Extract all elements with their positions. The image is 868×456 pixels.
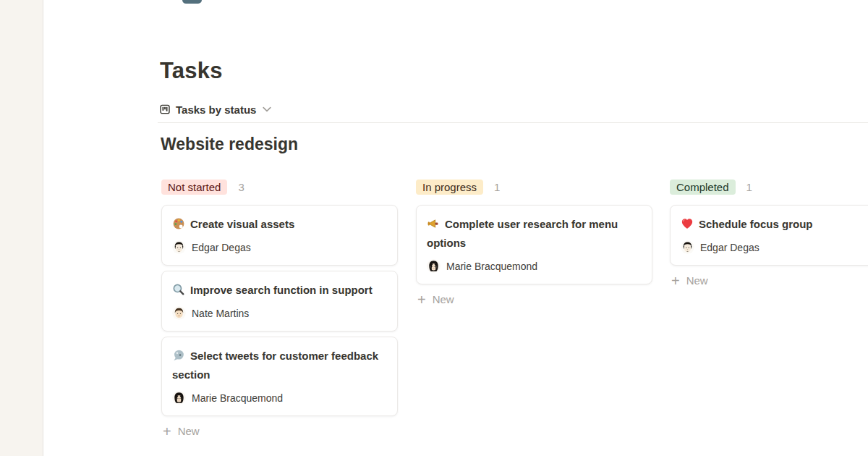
- chevron-down-icon: [263, 106, 271, 112]
- view-tab-tasks-by-status[interactable]: Tasks by status: [160, 101, 271, 118]
- card-title: Schedule focus group: [681, 215, 868, 234]
- avatar: [427, 259, 441, 273]
- board-column: In progress1Complete user research for m…: [416, 179, 652, 305]
- task-card[interactable]: Improve search function in supportNate M…: [161, 271, 398, 332]
- card-title: Create visual assets: [172, 215, 387, 234]
- add-card-label: New: [433, 293, 454, 305]
- task-card[interactable]: Schedule focus groupEdgar Degas: [670, 205, 868, 266]
- card-title-text: Schedule focus group: [699, 218, 813, 230]
- assignee-name: Marie Bracquemond: [446, 261, 537, 272]
- assignee-row: Edgar Degas: [172, 240, 387, 254]
- avatar: [172, 240, 186, 254]
- megaphone-icon: [427, 217, 440, 230]
- column-header: In progress1: [416, 179, 652, 195]
- card-title-text: Create visual assets: [190, 218, 294, 230]
- board-view-icon: [160, 104, 170, 114]
- view-tab-label: Tasks by status: [176, 104, 256, 116]
- speech-bubble-icon: [172, 349, 185, 362]
- task-card[interactable]: Select tweets for customer feedback sect…: [161, 337, 398, 416]
- assignee-row: Nate Martins: [172, 306, 387, 320]
- status-badge[interactable]: In progress: [416, 180, 483, 195]
- card-title: Improve search function in support: [172, 281, 387, 300]
- avatar: [681, 240, 694, 254]
- status-badge[interactable]: Not started: [161, 180, 227, 195]
- page-icon-cutoff: [182, 0, 202, 4]
- assignee-row: Edgar Degas: [681, 240, 868, 254]
- avatar: [172, 306, 186, 320]
- magnifier-icon: [172, 283, 185, 296]
- section-title: Website redesign: [161, 135, 298, 154]
- column-count: 3: [238, 181, 244, 193]
- palette-icon: [172, 217, 185, 230]
- board-column: Completed1Schedule focus groupEdgar Dega…: [670, 179, 868, 287]
- page-title: Tasks: [160, 58, 223, 84]
- task-card[interactable]: Complete user research for menu optionsM…: [416, 205, 652, 284]
- add-card-label: New: [686, 274, 708, 287]
- assignee-row: Marie Bracquemond: [427, 259, 642, 273]
- card-title: Select tweets for customer feedback sect…: [172, 347, 387, 384]
- avatar: [172, 391, 186, 405]
- add-card-label: New: [178, 425, 200, 437]
- status-badge[interactable]: Completed: [670, 180, 736, 195]
- column-header: Completed1: [670, 179, 868, 195]
- add-card-button[interactable]: +New: [416, 293, 652, 305]
- assignee-row: Marie Bracquemond: [172, 391, 387, 405]
- heart-icon: [681, 217, 694, 230]
- board-column: Not started3Create visual assetsEdgar De…: [161, 179, 398, 437]
- card-title-text: Complete user research for menu options: [427, 218, 618, 249]
- column-count: 1: [746, 181, 752, 193]
- column-header: Not started3: [161, 179, 398, 195]
- card-title: Complete user research for menu options: [427, 215, 642, 253]
- column-count: 1: [494, 181, 500, 193]
- assignee-name: Edgar Degas: [700, 242, 760, 253]
- board: Not started3Create visual assetsEdgar De…: [0, 179, 868, 456]
- assignee-name: Edgar Degas: [192, 242, 251, 253]
- card-title-text: Improve search function in support: [190, 284, 373, 296]
- tabs-divider: [158, 122, 868, 123]
- assignee-name: Nate Martins: [192, 308, 249, 319]
- add-card-button[interactable]: +New: [670, 274, 868, 287]
- add-card-button[interactable]: +New: [161, 425, 398, 437]
- plus-icon: +: [417, 294, 426, 305]
- assignee-name: Marie Bracquemond: [192, 392, 283, 404]
- plus-icon: +: [671, 275, 680, 287]
- card-title-text: Select tweets for customer feedback sect…: [172, 350, 378, 381]
- task-card[interactable]: Create visual assetsEdgar Degas: [161, 205, 398, 266]
- plus-icon: +: [163, 426, 171, 437]
